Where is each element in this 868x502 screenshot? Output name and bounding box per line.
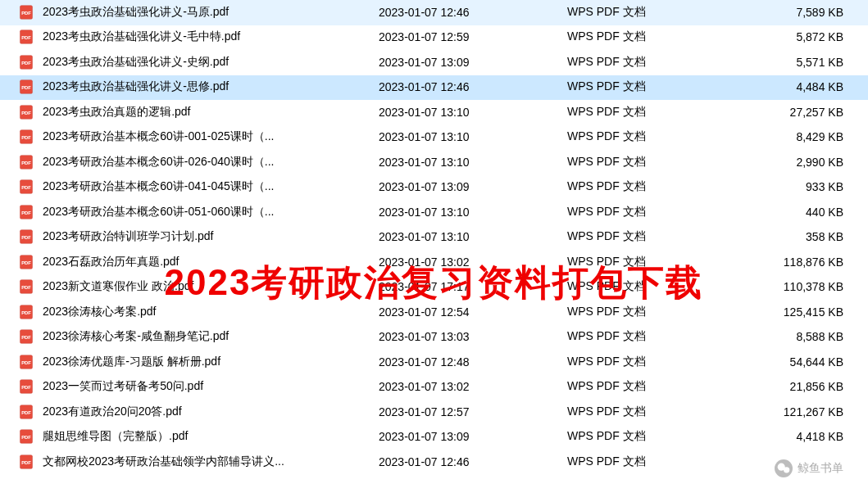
file-name: 腿姐思维导图（完整版）.pdf xyxy=(43,429,379,444)
file-name: 2023考虫政治基础强化讲义-史纲.pdf xyxy=(43,55,379,70)
file-size: 4,484 KB xyxy=(715,80,868,93)
file-name: 2023一笑而过考研备考50问.pdf xyxy=(43,379,379,394)
pdf-icon: PDF xyxy=(18,79,34,95)
file-row[interactable]: PDF文都网校2023考研政治基础领学内部辅导讲义...2023-01-07 1… xyxy=(0,450,868,475)
pdf-icon: PDF xyxy=(18,454,34,470)
pdf-icon: PDF xyxy=(18,254,34,270)
file-type: WPS PDF 文档 xyxy=(567,105,715,120)
file-date: 2023-01-07 12:46 xyxy=(379,80,567,93)
file-date: 2023-01-07 13:10 xyxy=(379,206,567,219)
file-size: 118,876 KB xyxy=(715,256,868,269)
file-type: WPS PDF 文档 xyxy=(567,355,715,369)
file-size: 5,571 KB xyxy=(715,56,868,69)
file-size: 2,990 KB xyxy=(715,156,868,169)
file-row[interactable]: PDF2023考研政治基本概念60讲-051-060课时（...2023-01-… xyxy=(0,200,868,225)
file-date: 2023-01-07 13:03 xyxy=(379,330,567,343)
svg-text:PDF: PDF xyxy=(21,210,31,215)
pdf-icon: PDF xyxy=(18,404,34,420)
file-row[interactable]: PDF2023考研政治基本概念60讲-041-045课时（...2023-01-… xyxy=(0,175,868,201)
svg-text:PDF: PDF xyxy=(21,85,31,90)
svg-text:PDF: PDF xyxy=(21,260,31,265)
file-row[interactable]: PDF2023石磊政治历年真题.pdf2023-01-07 13:02WPS P… xyxy=(0,250,868,275)
file-size: 8,588 KB xyxy=(715,330,868,343)
file-size: 4,418 KB xyxy=(715,430,868,443)
file-list: PDF2023考虫政治基础强化讲义-马原.pdf2023-01-07 12:46… xyxy=(0,0,868,475)
file-row[interactable]: PDF2023有道政治20问20答.pdf2023-01-07 12:57WPS… xyxy=(0,400,868,425)
file-row[interactable]: PDF腿姐思维导图（完整版）.pdf2023-01-07 13:09WPS PD… xyxy=(0,425,868,450)
file-date: 2023-01-07 12:59 xyxy=(379,30,567,43)
file-row[interactable]: PDF2023考虫政治基础强化讲义-思修.pdf2023-01-07 12:46… xyxy=(0,75,868,101)
file-row[interactable]: PDF2023新文道寒假作业 政治.pdf2023-01-07 17:17WPS… xyxy=(0,275,868,301)
pdf-icon: PDF xyxy=(18,4,34,20)
file-size: 110,378 KB xyxy=(715,280,868,293)
file-date: 2023-01-07 12:54 xyxy=(379,305,567,319)
svg-text:PDF: PDF xyxy=(21,335,31,340)
pdf-icon: PDF xyxy=(18,204,34,220)
file-row[interactable]: PDF2023考虫政治真题的逻辑.pdf2023-01-07 13:10WPS … xyxy=(0,100,868,125)
file-name: 2023考研政治特训班学习计划.pdf xyxy=(43,229,379,244)
file-row[interactable]: PDF2023考虫政治基础强化讲义-史纲.pdf2023-01-07 13:09… xyxy=(0,50,868,75)
file-row[interactable]: PDF2023一笑而过考研备考50问.pdf2023-01-07 13:02WP… xyxy=(0,375,868,400)
file-type: WPS PDF 文档 xyxy=(567,329,715,344)
file-row[interactable]: PDF2023徐涛核心考案.pdf2023-01-07 12:54WPS PDF… xyxy=(0,300,868,325)
file-size: 121,267 KB xyxy=(715,405,868,418)
file-type: WPS PDF 文档 xyxy=(567,205,715,219)
file-size: 125,415 KB xyxy=(715,305,868,319)
svg-text:PDF: PDF xyxy=(21,60,31,65)
file-date: 2023-01-07 13:09 xyxy=(379,430,567,443)
file-date: 2023-01-07 13:10 xyxy=(379,230,567,243)
svg-text:PDF: PDF xyxy=(21,160,31,165)
pdf-icon: PDF xyxy=(18,278,34,295)
file-name: 2023徐涛优题库-习题版 解析册.pdf xyxy=(43,355,379,369)
svg-text:PDF: PDF xyxy=(21,10,31,15)
file-name: 2023考虫政治基础强化讲义-马原.pdf xyxy=(43,5,379,20)
file-name: 2023考研政治基本概念60讲-026-040课时（... xyxy=(43,155,379,170)
file-date: 2023-01-07 12:57 xyxy=(379,405,567,418)
file-size: 5,872 KB xyxy=(715,30,868,43)
file-row[interactable]: PDF2023考研政治基本概念60讲-026-040课时（...2023-01-… xyxy=(0,150,868,175)
file-type: WPS PDF 文档 xyxy=(567,5,715,20)
file-date: 2023-01-07 13:02 xyxy=(379,256,567,269)
file-row[interactable]: PDF2023考研政治特训班学习计划.pdf2023-01-07 13:10WP… xyxy=(0,225,868,251)
file-row[interactable]: PDF2023考研政治基本概念60讲-001-025课时（...2023-01-… xyxy=(0,125,868,151)
pdf-icon: PDF xyxy=(18,428,34,445)
file-size: 440 KB xyxy=(715,206,868,219)
file-type: WPS PDF 文档 xyxy=(567,229,715,244)
file-row[interactable]: PDF2023考虫政治基础强化讲义-毛中特.pdf2023-01-07 12:5… xyxy=(0,25,868,51)
pdf-icon: PDF xyxy=(18,328,34,345)
file-row[interactable]: PDF2023徐涛优题库-习题版 解析册.pdf2023-01-07 12:48… xyxy=(0,350,868,375)
file-row[interactable]: PDF2023徐涛核心考案-咸鱼翻身笔记.pdf2023-01-07 13:03… xyxy=(0,325,868,350)
svg-text:PDF: PDF xyxy=(21,110,31,115)
file-date: 2023-01-07 13:02 xyxy=(379,380,567,393)
file-name: 2023考研政治基本概念60讲-051-060课时（... xyxy=(43,205,379,219)
file-type: WPS PDF 文档 xyxy=(567,405,715,419)
svg-text:PDF: PDF xyxy=(21,185,31,190)
svg-text:PDF: PDF xyxy=(21,435,31,440)
file-size: 54,644 KB xyxy=(715,355,868,369)
file-name: 2023考虫政治基础强化讲义-思修.pdf xyxy=(43,79,379,94)
svg-text:PDF: PDF xyxy=(21,135,31,140)
file-name: 2023徐涛核心考案.pdf xyxy=(43,305,379,319)
file-name: 2023考研政治基本概念60讲-001-025课时（... xyxy=(43,129,379,144)
svg-text:PDF: PDF xyxy=(21,310,31,314)
file-name: 2023有道政治20问20答.pdf xyxy=(43,405,379,419)
pdf-icon: PDF xyxy=(18,104,34,120)
file-date: 2023-01-07 13:10 xyxy=(379,106,567,119)
svg-text:PDF: PDF xyxy=(21,35,31,40)
file-size: 933 KB xyxy=(715,180,868,193)
pdf-icon: PDF xyxy=(18,378,34,395)
file-row[interactable]: PDF2023考虫政治基础强化讲义-马原.pdf2023-01-07 12:46… xyxy=(0,0,868,25)
svg-text:PDF: PDF xyxy=(21,285,31,290)
file-type: WPS PDF 文档 xyxy=(567,429,715,444)
file-date: 2023-01-07 12:46 xyxy=(379,6,567,19)
file-type: WPS PDF 文档 xyxy=(567,155,715,170)
file-date: 2023-01-07 13:10 xyxy=(379,130,567,143)
file-date: 2023-01-07 13:10 xyxy=(379,156,567,169)
file-name: 2023考虫政治真题的逻辑.pdf xyxy=(43,105,379,120)
file-date: 2023-01-07 17:17 xyxy=(379,280,567,293)
file-size: 27,257 KB xyxy=(715,106,868,119)
file-size: 8,429 KB xyxy=(715,130,868,143)
file-type: WPS PDF 文档 xyxy=(567,129,715,144)
pdf-icon: PDF xyxy=(18,29,34,45)
file-name: 2023新文道寒假作业 政治.pdf xyxy=(43,279,379,294)
